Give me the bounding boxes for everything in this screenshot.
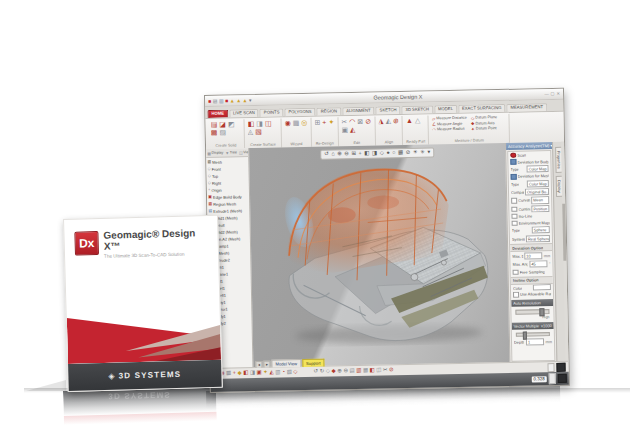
view-tab-nav-left[interactable]: ◂ <box>255 361 262 368</box>
panel-row-value[interactable]: Position <box>531 205 549 212</box>
view-tool-icon[interactable]: ✳ <box>420 150 425 156</box>
ribbon-tool-icon[interactable]: ▦ <box>293 119 300 126</box>
ribbon-tab[interactable]: 3D SKETCH <box>401 106 433 114</box>
quick-access-icon[interactable]: ▲ <box>230 98 235 103</box>
status-tool-icon[interactable]: ▥ <box>356 368 361 374</box>
checkbox[interactable] <box>510 152 516 158</box>
view-tool-icon[interactable]: ◧ <box>364 151 369 157</box>
view-tool-icon[interactable]: ⊞ <box>351 151 356 157</box>
ribbon-tool-icon[interactable]: ◎ <box>301 119 307 126</box>
quick-access-icon[interactable]: ■ <box>225 98 228 103</box>
status-tool-icon[interactable]: ◇ <box>293 369 297 375</box>
ribbon-tool-icon[interactable]: ◨ <box>256 120 263 127</box>
ribbon-tool-icon[interactable]: ▨ <box>219 129 226 136</box>
checkbox[interactable] <box>511 214 517 220</box>
panel-row-value[interactable]: Sphere <box>532 226 550 233</box>
view-tool-icon[interactable]: ↺ <box>324 152 329 158</box>
status-tool-icon[interactable]: ▦ <box>363 368 368 374</box>
quick-access-icon[interactable]: ▲ <box>243 98 248 103</box>
quick-access-icon[interactable]: ▲ <box>236 98 241 103</box>
ribbon-tab[interactable]: REGION <box>317 108 342 116</box>
ribbon-tab[interactable]: SKETCH <box>375 106 400 114</box>
ribbon-tool-icon[interactable]: ▧ <box>255 128 262 135</box>
strip-grip[interactable] <box>547 363 554 372</box>
ribbon-tool-icon[interactable]: ◧ <box>248 120 255 127</box>
tree-scrollbar-thumb[interactable] <box>562 203 566 260</box>
status-tool-icon[interactable]: ▤ <box>349 368 354 374</box>
status-tool-icon[interactable]: ◆ <box>331 369 335 375</box>
ribbon-tool-icon[interactable]: △ <box>415 117 421 124</box>
view-tab[interactable]: Support <box>302 359 325 367</box>
ribbon-tool-icon[interactable]: ◭ <box>386 117 392 124</box>
vector-multiple-slider[interactable] <box>516 332 550 337</box>
tree-toolbar-button[interactable]: ▼ Tree <box>225 150 237 155</box>
panel-row-value[interactable]: Original Bo.. <box>525 188 549 196</box>
panel-row[interactable]: Type Color Map <box>509 179 551 188</box>
window-control-button[interactable]: ▢ <box>551 92 555 96</box>
status-tool-icon[interactable]: ✦ <box>263 370 268 376</box>
tree-toolbar-button[interactable]: ▦ Display <box>207 150 223 155</box>
panel-row[interactable]: Use Allowable Range <box>511 291 553 299</box>
slider-thumb[interactable] <box>539 308 544 316</box>
ribbon-tool-icon[interactable]: ✂ <box>341 118 347 125</box>
view-tool-icon[interactable]: ▦ <box>398 150 403 156</box>
status-tool-icon[interactable]: ↺ <box>314 369 319 375</box>
panel-row-value[interactable]: 10 <box>524 252 542 259</box>
slider-thumb[interactable] <box>523 331 528 339</box>
ribbon-tool-icon[interactable]: ◬ <box>248 128 254 135</box>
ribbon-tool-icon[interactable]: + <box>322 119 326 126</box>
checkbox[interactable] <box>513 269 519 275</box>
view-tool-icon[interactable]: ○ <box>392 150 395 156</box>
status-tool-icon[interactable]: ▧ <box>287 370 292 376</box>
ribbon-tab[interactable]: MEASUREMENT <box>506 104 547 112</box>
view-tab-nav-right[interactable]: ▸ <box>263 361 270 368</box>
quick-access-icon[interactable]: ▥ <box>219 98 224 103</box>
view-tool-icon[interactable]: ◇ <box>380 150 384 156</box>
panel-row-value[interactable]: Mean <box>531 197 549 204</box>
depth-value[interactable]: 1 <box>526 338 544 345</box>
panel-row-value[interactable]: Color Map <box>527 165 549 173</box>
view-tool-icon[interactable]: ● <box>386 150 389 156</box>
ribbon-tool-icon[interactable]: ◭ <box>350 126 356 133</box>
viewport-3d[interactable]: ↺⌂⊕⊖⊞+◧◨◇●○▦⊘☀✳▾ <box>249 143 509 368</box>
checkbox[interactable] <box>511 198 517 204</box>
status-tool-icon[interactable]: ◧ <box>370 368 375 374</box>
panel-row-value[interactable]: Color Map <box>527 180 549 188</box>
quick-access-icon[interactable]: ■ <box>208 98 211 103</box>
status-tool-icon[interactable]: ◧ <box>243 370 248 376</box>
checkbox[interactable] <box>510 159 516 165</box>
ribbon-tool-icon[interactable]: ⊞ <box>314 119 320 126</box>
status-tool-icon[interactable]: ◆ <box>237 371 241 377</box>
statusbar-slider[interactable] <box>549 373 556 384</box>
ribbon-tool-icon[interactable]: ⊠ <box>357 118 363 125</box>
ribbon-tab[interactable]: HOME <box>207 110 228 118</box>
ribbon-tool-icon[interactable]: ◠ <box>349 118 355 125</box>
view-tool-icon[interactable]: ⌂ <box>331 151 334 157</box>
view-tool-icon[interactable]: ⊕ <box>337 151 342 157</box>
view-tab[interactable]: Model View <box>271 359 301 367</box>
status-tool-icon[interactable]: ◇ <box>326 369 330 375</box>
status-tool-icon[interactable]: ◭ <box>269 370 273 376</box>
ribbon-tool-icon[interactable]: ⊕ <box>393 117 399 124</box>
status-tool-icon[interactable]: ⊘ <box>389 367 394 373</box>
status-tool-icon[interactable]: ⊖ <box>343 368 348 374</box>
ribbon-tool-icon[interactable]: ◉ <box>285 119 291 126</box>
ribbon-datum-item[interactable]: ◠ Measure Radius <box>432 127 467 133</box>
ribbon-tool-icon[interactable]: ◪ <box>219 121 226 128</box>
ribbon-tool-icon[interactable]: ◮ <box>378 117 384 124</box>
status-tool-icon[interactable]: ✂ <box>383 368 388 374</box>
view-tool-icon[interactable]: ⊖ <box>344 151 349 157</box>
ribbon-tab[interactable]: ALIGNMENT <box>342 107 375 115</box>
checkbox[interactable] <box>513 292 519 298</box>
view-tool-icon[interactable]: ⊘ <box>406 150 411 156</box>
status-tool-icon[interactable]: ↻ <box>320 369 325 375</box>
panel-row-value[interactable]: 45 <box>529 260 547 267</box>
ribbon-tab[interactable]: LIVE SCAN <box>229 109 259 117</box>
ribbon-tool-icon[interactable]: ✦ <box>328 118 334 125</box>
ribbon-tool-icon[interactable]: ▣ <box>341 126 348 133</box>
ribbon-tool-icon[interactable]: ▲ <box>406 117 413 124</box>
ribbon-tool-icon[interactable]: ▤ <box>211 121 218 128</box>
view-tool-icon[interactable]: ▾ <box>427 149 430 155</box>
view-tool-icon[interactable]: ◨ <box>372 151 377 157</box>
ribbon-datum-item[interactable]: ✦ Datum Point <box>471 126 506 132</box>
